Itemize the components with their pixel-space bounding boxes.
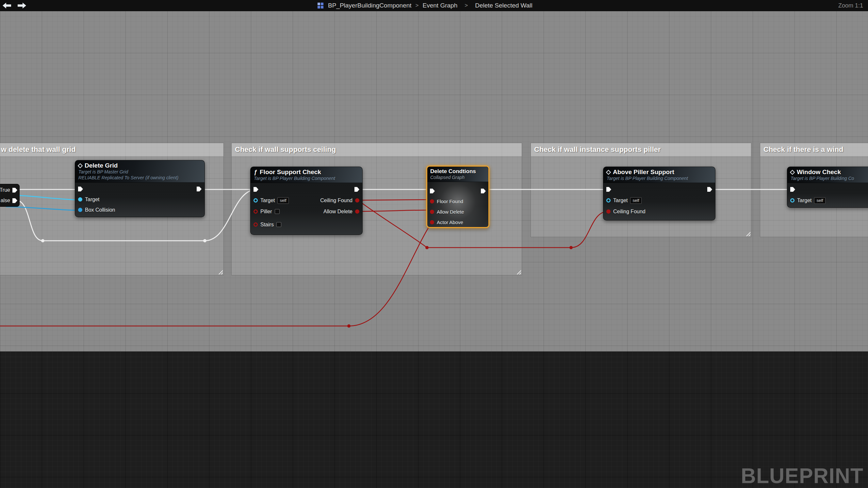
pin-label: Piller bbox=[260, 209, 272, 215]
back-arrow-icon[interactable] bbox=[3, 3, 11, 8]
comment-resize-handle[interactable] bbox=[516, 269, 521, 274]
pin-label: Allow Delete bbox=[323, 209, 352, 215]
breadcrumb-separator: > bbox=[415, 2, 419, 9]
node-subtitle: Target is BP Player Building Co bbox=[790, 176, 868, 182]
graph-canvas-dark-region[interactable] bbox=[0, 352, 868, 488]
allow-delete-pin[interactable] bbox=[355, 209, 359, 214]
stairs-checkbox[interactable] bbox=[276, 222, 281, 227]
exec-in-pin[interactable] bbox=[253, 187, 258, 192]
exec-in-pin[interactable] bbox=[606, 187, 611, 192]
target-pin[interactable] bbox=[790, 198, 795, 203]
exec-in-pin[interactable] bbox=[78, 186, 83, 191]
exec-out-pin[interactable] bbox=[197, 186, 202, 191]
branch-node-fragment[interactable]: True alse bbox=[0, 184, 20, 207]
comment-title[interactable]: Check if wall instance supports piller bbox=[531, 143, 751, 156]
pin-label: Target bbox=[613, 197, 627, 204]
node-floor-support-check[interactable]: ƒ Floor Support Check Target is BP Playe… bbox=[250, 166, 363, 235]
target-pin[interactable] bbox=[253, 198, 258, 203]
comment-title[interactable]: Check if there is a wind bbox=[760, 143, 868, 156]
node-above-piller-support[interactable]: Above Piller Support Target is BP Player… bbox=[603, 166, 715, 220]
pin-label: Target bbox=[85, 196, 99, 203]
piller-pin[interactable] bbox=[253, 209, 258, 214]
exec-out-pin[interactable] bbox=[707, 187, 712, 192]
exec-in-pin[interactable] bbox=[430, 188, 435, 193]
pin-label: Target bbox=[260, 197, 275, 204]
breadcrumb-graph[interactable]: Event Graph bbox=[423, 2, 458, 9]
node-delete-grid[interactable]: Delete Grid Target is BP Master Grid REL… bbox=[75, 160, 205, 217]
top-bar: BP_PlayerBuildingComponent > Event Graph… bbox=[0, 0, 868, 11]
node-subtitle: Target is BP Player Building Component bbox=[254, 176, 359, 182]
target-pin[interactable] bbox=[78, 197, 82, 202]
breadcrumb: BP_PlayerBuildingComponent > Event Graph… bbox=[317, 0, 532, 11]
node-header[interactable]: Delete Condtions Collapsed Graph bbox=[427, 166, 488, 182]
node-title: Floor Support Check bbox=[260, 169, 321, 176]
event-icon bbox=[78, 163, 83, 168]
floor-found-pin[interactable] bbox=[430, 199, 434, 204]
pin-label: Ceiling Found bbox=[613, 209, 646, 215]
node-subtitle: Target is BP Player Building Component bbox=[607, 176, 712, 182]
ceiling-found-pin[interactable] bbox=[606, 209, 611, 214]
node-title: Above Piller Support bbox=[613, 169, 674, 176]
node-title: Delete Grid bbox=[85, 162, 118, 169]
blueprint-asset-icon bbox=[317, 3, 323, 8]
comment-resize-handle[interactable] bbox=[218, 269, 223, 274]
pin-label: Allow Delete bbox=[437, 209, 464, 215]
event-icon bbox=[606, 170, 611, 175]
node-window-check[interactable]: Window Check Target is BP Player Buildin… bbox=[787, 166, 868, 208]
branch-true-label: True bbox=[0, 187, 10, 193]
blueprint-watermark: BLUEPRINT bbox=[741, 464, 863, 488]
node-title: Window Check bbox=[797, 169, 841, 176]
allow-delete-pin[interactable] bbox=[430, 210, 434, 214]
pin-label: Floor Found bbox=[437, 199, 463, 204]
comment-title[interactable]: w delete that wall grid bbox=[0, 143, 223, 156]
target-pin[interactable] bbox=[606, 198, 611, 203]
stairs-pin[interactable] bbox=[253, 222, 258, 227]
pin-label: Box Collision bbox=[85, 207, 115, 213]
breadcrumb-node[interactable]: Delete Selected Wall bbox=[475, 2, 532, 9]
exec-in-pin[interactable] bbox=[790, 187, 795, 192]
target-self-value[interactable]: self bbox=[277, 197, 288, 204]
node-header[interactable]: Above Piller Support Target is BP Player… bbox=[603, 167, 715, 183]
exec-out-pin[interactable] bbox=[12, 198, 17, 203]
pin-label: Target bbox=[797, 197, 811, 204]
event-icon bbox=[790, 170, 795, 175]
breadcrumb-asset[interactable]: BP_PlayerBuildingComponent bbox=[328, 2, 412, 9]
node-delete-condtions[interactable]: Delete Condtions Collapsed Graph Floor F… bbox=[426, 165, 489, 228]
exec-out-pin[interactable] bbox=[354, 187, 359, 192]
target-self-value[interactable]: self bbox=[814, 197, 825, 204]
node-subtitle: Collapsed Graph bbox=[430, 175, 486, 181]
blueprint-editor: BLUEPRINT w delete that wall grid Check … bbox=[0, 0, 868, 488]
pin-label: Actor Above bbox=[437, 219, 463, 225]
node-header[interactable]: Window Check Target is BP Player Buildin… bbox=[787, 167, 868, 183]
box-collision-pin[interactable] bbox=[78, 208, 82, 212]
pin-label: Ceiling Found bbox=[320, 197, 352, 204]
forward-arrow-icon[interactable] bbox=[18, 3, 26, 8]
breadcrumb-separator: > bbox=[465, 2, 468, 9]
node-title: Delete Condtions bbox=[430, 168, 476, 175]
ceiling-found-pin[interactable] bbox=[355, 198, 359, 203]
exec-out-pin[interactable] bbox=[481, 188, 486, 193]
node-subtitle: RELIABLE Replicated To Server (if owning… bbox=[79, 175, 201, 181]
function-icon: ƒ bbox=[254, 169, 257, 176]
zoom-indicator: Zoom 1:1 bbox=[838, 2, 863, 9]
pin-label: Stairs bbox=[260, 222, 274, 228]
branch-false-label: alse bbox=[1, 197, 10, 204]
target-self-value[interactable]: self bbox=[630, 197, 641, 204]
exec-out-pin[interactable] bbox=[12, 188, 17, 193]
comment-title[interactable]: Check if wall supports ceiling bbox=[231, 143, 522, 156]
node-header[interactable]: Delete Grid Target is BP Master Grid REL… bbox=[75, 160, 205, 183]
comment-resize-handle[interactable] bbox=[745, 231, 750, 236]
node-subtitle: Target is BP Master Grid bbox=[79, 169, 201, 175]
piller-checkbox[interactable] bbox=[275, 209, 280, 214]
actor-above-pin[interactable] bbox=[430, 220, 434, 224]
node-header[interactable]: ƒ Floor Support Check Target is BP Playe… bbox=[251, 167, 362, 183]
